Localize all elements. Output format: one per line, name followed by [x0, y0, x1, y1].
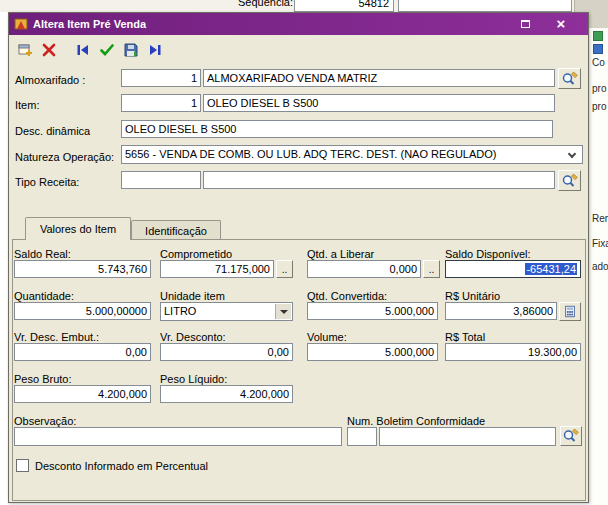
save-button[interactable]	[121, 40, 141, 60]
check-icon	[99, 42, 115, 58]
magnifier-edit-icon	[561, 71, 579, 87]
desconto-percentual-checkbox[interactable]	[16, 459, 29, 472]
calculator-icon	[563, 304, 577, 319]
peso-bruto-field[interactable]: 4.200,000	[14, 385, 151, 403]
natureza-operacao-combo[interactable]: 5656 - VENDA DE COMB. OU LUB. ADQ TERC. …	[121, 145, 583, 164]
sequencia-field[interactable]: 54812	[294, 0, 394, 12]
tab-page-valores: Saldo Real: Comprometido Qtd. a Liberar …	[12, 239, 586, 501]
peso-bruto-label: Peso Bruto:	[14, 373, 71, 385]
first-record-button[interactable]	[73, 40, 93, 60]
saldo-disponivel-label: Saldo Disponível:	[445, 248, 531, 260]
confirm-button[interactable]	[97, 40, 117, 60]
saldo-real-field[interactable]: 5.743,760	[14, 260, 151, 278]
vr-desconto-label: Vr. Desconto:	[160, 331, 226, 343]
chevron-down-icon[interactable]	[568, 150, 576, 158]
dialog-title: Altera Item Pré Venda	[33, 18, 146, 30]
tipo-receita-label: Tipo Receita:	[15, 176, 79, 188]
qtd-convertida-field[interactable]: 5.000,000	[307, 302, 438, 320]
desconto-percentual-label: Desconto Informado em Percentual	[35, 460, 208, 472]
comprometido-label: Comprometido	[160, 248, 232, 260]
item-code-field[interactable]: 1	[121, 94, 201, 112]
vr-desc-embut-label: Vr. Desc. Embut.:	[14, 331, 99, 343]
partial-icon	[593, 31, 603, 41]
rs-unitario-label: R$ Unitário	[445, 290, 500, 302]
quantidade-field[interactable]: 5.000,00000	[14, 302, 151, 320]
chevron-down-icon	[280, 310, 288, 314]
delete-button[interactable]	[39, 40, 59, 60]
partial-text: Co	[592, 57, 605, 68]
next-record-icon	[147, 42, 163, 58]
qtd-a-liberar-field[interactable]: 0,000	[307, 260, 421, 278]
almoxarifado-lookup-button[interactable]	[558, 68, 581, 89]
natureza-operacao-value: 5656 - VENDA DE COMB. OU LUB. ADQ TERC. …	[125, 148, 496, 160]
magnifier-edit-icon	[562, 428, 580, 444]
desc-dinamica-label: Desc. dinâmica	[15, 125, 90, 137]
background-field[interactable]	[398, 0, 572, 12]
background-window-strip: Sequência: 54812	[0, 0, 608, 12]
saldo-disponivel-field[interactable]: -65431,24	[445, 260, 581, 278]
desc-dinamica-field[interactable]: OLEO DIESEL B S500	[121, 120, 553, 138]
maximize-button[interactable]	[515, 16, 535, 32]
almoxarifado-name-field[interactable]: ALMOXARIFADO VENDA MATRIZ	[203, 69, 555, 87]
observacao-field[interactable]	[14, 427, 342, 446]
partial-icon	[593, 44, 603, 54]
vr-desconto-field[interactable]: 0,00	[160, 343, 293, 361]
screen: Sequência: 54812 Co pro pro Rent Fixa ad…	[0, 0, 608, 505]
tab-valores-do-item[interactable]: Valores do Item	[25, 217, 131, 240]
volume-field[interactable]: 5.000,000	[307, 343, 438, 361]
vr-desc-embut-field[interactable]: 0,00	[14, 343, 151, 361]
peso-liquido-field[interactable]: 4.200,000	[160, 385, 293, 403]
comprometido-more-button[interactable]: ..	[276, 260, 293, 278]
maximize-icon	[521, 20, 530, 28]
num-boletim-label: Num. Boletim Conformidade	[347, 415, 485, 427]
tab-identificacao[interactable]: Identificação	[131, 220, 221, 240]
rs-total-field[interactable]: 19.300,00	[445, 343, 581, 361]
num-boletim-code-field[interactable]	[347, 427, 377, 446]
unidade-item-label: Unidade item	[160, 290, 225, 302]
dialog-icon	[14, 17, 28, 31]
rs-unitario-field[interactable]: 3,86000	[445, 302, 557, 320]
rs-total-label: R$ Total	[445, 331, 485, 343]
tipo-receita-name-field[interactable]	[203, 171, 555, 189]
next-record-button[interactable]	[145, 40, 165, 60]
unidade-item-combo[interactable]: LITRO	[160, 302, 293, 321]
qtd-convertida-label: Qtd. Convertida:	[307, 290, 387, 302]
item-name-field[interactable]: OLEO DIESEL B S500	[203, 94, 555, 112]
volume-label: Volume:	[307, 331, 347, 343]
tipo-receita-code-field[interactable]	[121, 171, 201, 189]
peso-liquido-label: Peso Líquido:	[160, 373, 227, 385]
natureza-operacao-label: Natureza Operação:	[15, 151, 114, 163]
comprometido-field[interactable]: 71.175,000	[160, 260, 274, 278]
quantidade-label: Quantidade:	[14, 290, 74, 302]
almoxarifado-label: Almoxarifado :	[15, 74, 85, 86]
partial-text: ado	[592, 261, 608, 272]
sequencia-label: Sequência:	[238, 0, 293, 8]
saldo-real-label: Saldo Real:	[14, 248, 71, 260]
save-icon	[123, 42, 139, 58]
qtd-a-liberar-more-button[interactable]: ..	[423, 260, 440, 278]
combo-dropdown-button[interactable]	[275, 304, 291, 319]
delete-icon	[41, 42, 57, 58]
unidade-item-value: LITRO	[164, 305, 196, 317]
observacao-label: Observação:	[14, 415, 76, 427]
magnifier-edit-icon	[561, 173, 579, 189]
first-record-icon	[75, 42, 91, 58]
partial-text: pro	[592, 101, 606, 112]
dialog-titlebar[interactable]: Altera Item Pré Venda ×	[9, 13, 588, 35]
new-item-button[interactable]	[15, 40, 35, 60]
partial-text: Rent	[592, 213, 608, 224]
qtd-a-liberar-label: Qtd. a Liberar	[307, 248, 374, 260]
new-item-icon	[17, 42, 33, 58]
num-boletim-field[interactable]	[379, 427, 556, 446]
background-right-strip: Co pro pro Rent Fixa ado	[590, 28, 608, 505]
altera-item-dialog: Altera Item Pré Venda ×	[8, 12, 589, 503]
close-icon: ×	[557, 17, 566, 31]
almoxarifado-code-field[interactable]: 1	[121, 69, 201, 87]
close-button[interactable]: ×	[551, 16, 571, 32]
num-boletim-lookup-button[interactable]	[560, 426, 582, 446]
selected-text: -65431,24	[525, 263, 577, 275]
tipo-receita-lookup-button[interactable]	[558, 170, 581, 191]
partial-text: pro	[592, 83, 606, 94]
partial-text: Fixa	[592, 238, 608, 249]
rs-unitario-calc-button[interactable]	[559, 302, 581, 321]
